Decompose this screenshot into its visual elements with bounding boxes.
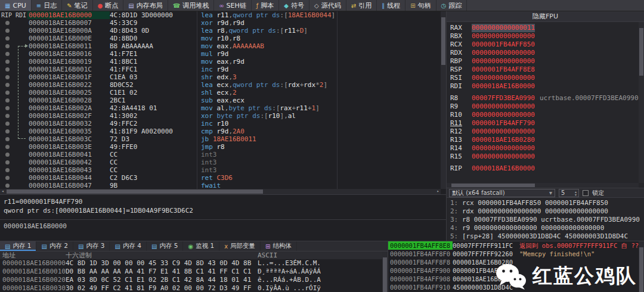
argument-row[interactable]: 5: [rsp+28] 450000003D1D8D4C 450000003D1… bbox=[450, 232, 644, 241]
disasm-row[interactable]: 0000018AE16B003249:FFC2inc r10 bbox=[0, 120, 441, 128]
disasm-row[interactable]: 0000018AE16B002F41:3002xor byte ptr ds:[… bbox=[0, 112, 441, 120]
disasm-row[interactable]: 0000018AE16B00282BC1sub eax,ecx bbox=[0, 97, 441, 104]
tab-seh-chain[interactable]: ∞SEH链 bbox=[214, 0, 252, 11]
registers-panel[interactable]: RAX0000000000000011RBX0000000000000000RC… bbox=[447, 22, 644, 183]
breakpoint-dot[interactable] bbox=[5, 184, 10, 188]
disasm-row[interactable]: 0000018AE16B002A42:8A4418 01mov al,byte … bbox=[0, 104, 441, 112]
disasm-row[interactable]: 0000018AE16B000E4D:8BD0mov r10,r8 bbox=[0, 35, 441, 42]
disassembly-panel[interactable]: RIP RDI0000018AE16B00004C:8D1D 3D000000l… bbox=[0, 11, 446, 194]
tab-references[interactable]: ⇄引用 bbox=[346, 0, 377, 11]
disasm-row[interactable]: 0000018AE16B001FC1EA 03shr edx,3 bbox=[0, 73, 441, 81]
disasm-row[interactable]: 0000018AE16B001C41:FFC1inc r9d bbox=[0, 66, 441, 73]
dump-row[interactable]: 0000018AE16B00004C 8D 1D 3D 00 00 00 45 … bbox=[0, 259, 388, 268]
tab-log[interactable]: ≡日志 bbox=[32, 0, 62, 11]
tab-struct[interactable]: ⊞结构体 bbox=[261, 241, 297, 251]
breakpoint-dot[interactable] bbox=[5, 114, 10, 118]
hide-fpu-button[interactable]: 隐藏FPU bbox=[532, 12, 558, 21]
tab-dump-2[interactable]: ▤内存 2 bbox=[36, 241, 73, 251]
tab-call-stack[interactable]: ☎调用堆栈 bbox=[168, 0, 214, 11]
argument-row[interactable]: 1: rcx 0000001FB4AFF850 0000001FB4AFF850 bbox=[450, 199, 644, 207]
dump-row[interactable]: 0000018AE16B0010D0 B8 AA AA AA AA 41 F7 … bbox=[0, 268, 388, 276]
breakpoint-dot[interactable] bbox=[5, 129, 10, 133]
scrollbar-thumb[interactable] bbox=[639, 247, 643, 292]
lock-checkbox[interactable] bbox=[583, 190, 589, 196]
register-row-rbx[interactable]: RBX0000000000000000 bbox=[447, 32, 644, 41]
register-row-r10[interactable]: R100000000000000000 bbox=[447, 111, 644, 119]
tab-handles[interactable]: ⊞句柄 bbox=[405, 0, 436, 11]
tab-symbols[interactable]: ◆符号 bbox=[279, 0, 309, 11]
register-row-r13[interactable]: R130000018AE16B0280 bbox=[447, 136, 644, 144]
scrollbar-thumb[interactable] bbox=[383, 257, 387, 292]
arg-count-spinner[interactable]: 5 ▴▾ bbox=[559, 189, 579, 197]
scroll-left-icon[interactable]: ◂ bbox=[0, 189, 5, 194]
tab-cpu[interactable]: ▦CPU bbox=[0, 0, 32, 11]
breakpoint-dot[interactable] bbox=[5, 67, 10, 72]
register-row-rip[interactable]: RIP0000018AE16B0000 bbox=[447, 164, 644, 173]
calling-convention-select[interactable]: 默认 (x64 fastcall) ▾ bbox=[449, 189, 555, 197]
breakpoint-dot[interactable] bbox=[5, 153, 10, 157]
disasm-row[interactable]: 0000018AE16B0042CCint3 bbox=[0, 159, 441, 166]
disasm-row[interactable]: 0000018AE16B00228D0C52lea ecx,qword ptr … bbox=[0, 81, 441, 89]
disasm-row[interactable]: 0000018AE16B0043CCint3 bbox=[0, 166, 441, 174]
disasm-row[interactable]: 0000018AE16B000A4D:8D43 0Dlea r8,qword p… bbox=[0, 27, 441, 35]
dump-row[interactable]: 0000018AE16B0020EA 03 8D 0C 52 C1 E1 02 … bbox=[0, 276, 388, 284]
tab-dump-5[interactable]: ▤内存 5 bbox=[147, 241, 183, 251]
dump-view[interactable]: 0000018AE16B00004C 8D 1D 3D 00 00 00 45 … bbox=[0, 259, 388, 292]
tab-locals[interactable]: x局部变量 bbox=[219, 241, 261, 251]
register-row-rsp[interactable]: RSP0000001FB4AFF8E8 bbox=[447, 66, 644, 74]
tab-source[interactable]: ◇源代码 bbox=[309, 0, 346, 11]
scrollbar-thumb[interactable] bbox=[639, 28, 643, 76]
tab-trace[interactable]: ◷跟踪 bbox=[436, 0, 467, 11]
registers-vscrollbar[interactable] bbox=[639, 22, 644, 183]
dump-row[interactable]: 0000018AE16B003030 02 49 FF C2 41 81 F9 … bbox=[0, 284, 388, 292]
disasm-row[interactable]: 0000018AE16B001941:8BC1mov eax,r9d bbox=[0, 58, 441, 66]
breakpoint-dot[interactable] bbox=[5, 176, 10, 180]
tab-notes[interactable]: ✎笔记 bbox=[62, 0, 92, 11]
scrollbar-thumb[interactable] bbox=[451, 184, 535, 187]
disasm-hscrollbar[interactable]: ◂ ▸ bbox=[0, 189, 441, 194]
scrollbar-thumb[interactable] bbox=[441, 17, 445, 65]
breakpoint-dot[interactable] bbox=[5, 21, 10, 25]
scroll-right-icon[interactable]: ▸ bbox=[435, 189, 441, 194]
breakpoint-dot[interactable] bbox=[5, 36, 10, 41]
register-row-rdi[interactable]: RDI0000018AE16B0000 bbox=[447, 82, 644, 91]
register-row-rdx[interactable]: RDX0000000000000000 bbox=[447, 49, 644, 57]
tab-dump-3[interactable]: ▤内存 3 bbox=[73, 241, 110, 251]
register-row-r9[interactable]: R90000000000000000 bbox=[447, 102, 644, 111]
disasm-row[interactable]: 0000018AE16B001641:F7E1mul r9d bbox=[0, 50, 441, 58]
scrollbar-thumb[interactable] bbox=[7, 190, 263, 194]
tab-dump-1[interactable]: ▤内存 1 bbox=[0, 241, 36, 251]
stack-row[interactable]: 0000001FB4AFF8F000007FF7FFF92260"Memcpy … bbox=[388, 250, 644, 258]
breakpoint-dot[interactable] bbox=[5, 52, 10, 56]
register-row-r8[interactable]: R800007FFD3BEA0990ucrtbase.00007FFD3BEA0… bbox=[447, 94, 644, 102]
breakpoint-dot[interactable] bbox=[5, 60, 10, 64]
argument-row[interactable]: 2: rdx 0000000000000000 0000000000000000 bbox=[450, 207, 644, 216]
disasm-row[interactable]: 0000018AE16B003C72 D3jb 18AE16B0011 bbox=[0, 135, 441, 143]
breakpoint-dot[interactable] bbox=[5, 168, 10, 172]
tab-threads[interactable]: ∥线程 bbox=[377, 0, 405, 11]
register-row-r14[interactable]: R140000000000000000 bbox=[447, 144, 644, 153]
disasm-row[interactable]: 0000018AE16B0025C1E1 02shl ecx,2 bbox=[0, 89, 441, 97]
register-row-r12[interactable]: R120000000000000000 bbox=[447, 128, 644, 136]
tab-watch-1[interactable]: ◉监视 1 bbox=[183, 241, 219, 251]
disasm-row[interactable]: RIP RDI0000018AE16B00004C:8D1D 3D000000l… bbox=[0, 11, 441, 19]
breakpoint-dot[interactable] bbox=[5, 137, 10, 141]
breakpoint-dot[interactable] bbox=[5, 29, 10, 33]
breakpoint-dot[interactable] bbox=[5, 145, 10, 149]
argument-row[interactable]: 4: r9 0000000000000000 0000000000000000 bbox=[450, 224, 644, 232]
breakpoint-dot[interactable] bbox=[5, 75, 10, 79]
argument-row[interactable]: 3: r8 00007FFD3BEA0990 ucrtbase.00007FFD… bbox=[450, 216, 644, 224]
breakpoint-dot[interactable] bbox=[5, 106, 10, 110]
stack-row[interactable]: 0000001FB4AFF8E800007FF7FFF911FC返回到 obs.… bbox=[388, 241, 644, 250]
registers-hscrollbar[interactable] bbox=[447, 183, 639, 188]
register-row-r11[interactable]: R110000001FB4AFF790 bbox=[447, 119, 644, 128]
breakpoint-dot[interactable] bbox=[5, 160, 10, 164]
tab-breakpoints[interactable]: ●断点 bbox=[93, 0, 124, 11]
dump-vscrollbar[interactable] bbox=[382, 251, 388, 292]
register-row-rax[interactable]: RAX0000000000000011 bbox=[447, 24, 644, 32]
tab-dump-4[interactable]: ▤内存 4 bbox=[110, 241, 146, 251]
disasm-row[interactable]: 0000018AE16B003541:81F9 A0020000cmp r9d,… bbox=[0, 128, 441, 135]
disasm-row[interactable]: 0000018AE16B0011B8 ABAAAAAAmov eax,AAAAA… bbox=[0, 42, 441, 50]
breakpoint-dot[interactable] bbox=[5, 91, 10, 95]
arguments-panel[interactable]: 1: rcx 0000001FB4AFF850 0000001FB4AFF850… bbox=[447, 198, 644, 241]
